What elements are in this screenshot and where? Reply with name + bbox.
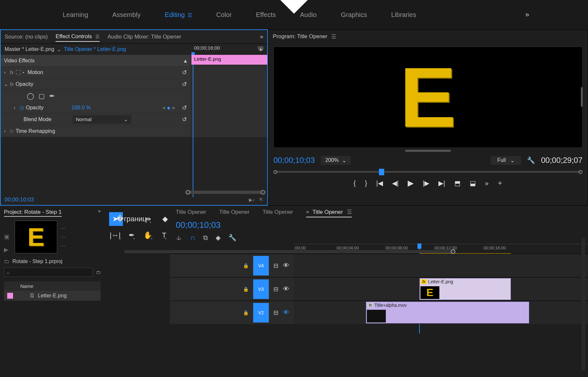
sync-lock-icon[interactable]: ⊟ [273, 286, 278, 293]
opacity-row[interactable]: ⌄ fx Opacity ↺ [1, 78, 190, 90]
snap-icon[interactable]: ∩ [190, 233, 195, 242]
bin-icon[interactable]: 🗀 [4, 259, 9, 264]
track-target[interactable]: V2 [253, 303, 269, 322]
ellipse-mask-icon[interactable]: ◯ [27, 92, 34, 100]
timeline-vertical-scroll[interactable] [581, 238, 585, 370]
chevron-right-icon[interactable]: › [4, 128, 10, 134]
add-button-icon[interactable]: + [498, 179, 502, 188]
scrub-bar[interactable] [275, 169, 581, 174]
new-bin-icon[interactable]: 🗀 [96, 270, 101, 275]
project-thumbnail[interactable]: E [15, 221, 57, 253]
tab-audio-mixer[interactable]: Audio Clip Mixer: Title Opener [107, 32, 181, 41]
resolution-select[interactable]: Full⌄ [491, 156, 521, 165]
opacity-value[interactable]: 100.0 % [72, 105, 91, 111]
settings-icon[interactable]: 🔧 [228, 234, 237, 242]
panel-menu-icon[interactable]: ☰ [347, 209, 352, 215]
linked-selection-icon[interactable]: ⧉ [203, 234, 208, 242]
lock-icon[interactable]: 🔒 [243, 287, 249, 292]
track-target[interactable]: V4 [253, 256, 269, 275]
workspace-menu-icon[interactable]: ☰ [188, 12, 192, 18]
playhead-handle[interactable] [379, 169, 384, 175]
clip-letter-e[interactable]: fxLetter-E.png E [419, 278, 511, 300]
label-swatch[interactable] [7, 293, 13, 299]
extract-icon[interactable]: ⬓ [470, 179, 476, 187]
chevron-right-icon[interactable]: › [4, 70, 10, 75]
panel-menu-icon[interactable]: ☰ [331, 33, 336, 40]
video-effects-header[interactable]: Video Effects ▴ [1, 55, 190, 67]
pen-tool-icon[interactable]: ✒▾ [125, 228, 139, 242]
clip-title-alpha[interactable]: fxTitle+alpha.mov [366, 302, 529, 323]
sync-lock-icon[interactable]: ⊟ [273, 309, 278, 316]
timeline-playhead[interactable] [417, 243, 421, 249]
lift-icon[interactable]: ⬒ [454, 179, 461, 187]
close-icon[interactable]: × [306, 209, 309, 215]
stopwatch-icon[interactable]: ◷ [20, 105, 24, 111]
list-icon[interactable]: ⋯ [60, 225, 66, 231]
pen-mask-icon[interactable]: ✒ [49, 92, 55, 100]
reset-icon[interactable]: ↺ [182, 81, 187, 88]
eye-off-icon[interactable]: 👁 [283, 309, 289, 316]
reset-icon[interactable]: ↺ [182, 116, 187, 123]
reset-icon[interactable]: ↺ [182, 104, 187, 111]
eye-icon[interactable]: 👁 [283, 262, 289, 269]
play-icon[interactable]: ▶ [408, 179, 414, 188]
ripple-edit-tool-icon[interactable]: ⇹▾ [142, 212, 155, 226]
timeline-tab[interactable]: Title Opener [219, 208, 250, 217]
overflow-icon[interactable]: » [485, 180, 489, 187]
program-timecode[interactable]: 00;00;10;03 [273, 156, 315, 165]
chevron-down-icon[interactable]: ⌄ [4, 81, 10, 87]
add-keyframe-icon[interactable]: ◆ [167, 105, 171, 110]
timeline-tab[interactable]: Title Opener [176, 208, 206, 217]
hand-tool-icon[interactable]: ✋▾ [142, 228, 155, 242]
list-icon[interactable]: ⋯ [60, 234, 66, 240]
lock-icon[interactable]: 🔒 [243, 263, 249, 268]
motion-row[interactable]: › fx ⛶ ▸ Motion ↺ [1, 67, 190, 78]
reset-icon[interactable]: ↺ [182, 69, 187, 76]
tab-effect-controls[interactable]: Effect Controls ☰ [56, 32, 100, 42]
project-item[interactable]: 🖻 Letter-E.png [4, 291, 101, 301]
workspace-effects[interactable]: Effects [252, 8, 280, 21]
play-icon[interactable]: ▶ [4, 246, 9, 253]
tab-source[interactable]: Source: (no clips) [5, 32, 48, 41]
timeline-tab[interactable]: Title Opener [263, 208, 293, 217]
camera-icon[interactable]: ▣ [4, 233, 9, 240]
workspace-editing[interactable]: Editing☰ [161, 8, 196, 21]
settings-icon[interactable]: 🔧 [527, 156, 535, 164]
rectangle-mask-icon[interactable]: ▢ [39, 92, 45, 100]
go-to-out-icon[interactable]: ▶| [438, 179, 445, 187]
column-header[interactable]: Name [4, 281, 101, 291]
workspace-learning[interactable]: Learning [59, 8, 92, 21]
lock-icon[interactable]: 🔒 [243, 310, 249, 315]
list-icon[interactable]: ⋯ [60, 243, 66, 249]
track-target[interactable]: V3 [253, 279, 269, 299]
play-only-icon[interactable]: ▶♪ [249, 197, 255, 202]
mark-out-icon[interactable]: } [365, 180, 367, 187]
timeline-timecode[interactable]: 00;00;10;03 [176, 220, 220, 230]
workspace-graphics[interactable]: Graphics [337, 8, 371, 21]
tabs-overflow-icon[interactable]: » [260, 33, 263, 40]
overflow-icon[interactable]: » [98, 208, 101, 213]
horizontal-scroll[interactable] [405, 150, 451, 152]
chevron-right-icon[interactable]: › [14, 105, 20, 111]
prev-keyframe-icon[interactable]: ◀ [162, 105, 165, 110]
sequence-clip-label[interactable]: Title Opener * Letter-E.png [64, 46, 126, 52]
scroll-handle[interactable] [581, 87, 583, 107]
ec-scrollbar[interactable] [187, 191, 264, 194]
workspace-color[interactable]: Color [212, 8, 236, 21]
effect-timecode[interactable]: 00;00;10;03 [5, 196, 34, 203]
export-icon[interactable]: ⇱ [259, 197, 263, 202]
go-to-in-icon[interactable]: |◀ [376, 179, 383, 187]
panel-menu-icon[interactable]: ☰ [95, 34, 100, 39]
blend-mode-select[interactable]: Normal⌄ [73, 115, 131, 124]
program-video[interactable]: E [273, 47, 582, 148]
chevron-down-icon[interactable]: ⌄ [57, 46, 61, 53]
step-forward-icon[interactable]: |▶ [423, 179, 429, 187]
mark-in-icon[interactable]: { [353, 180, 356, 187]
workspace-assembly[interactable]: Assembly [108, 8, 145, 21]
workspace-libraries[interactable]: Libraries [387, 8, 420, 21]
workspace-overflow-icon[interactable]: » [525, 10, 529, 19]
slip-tool-icon[interactable]: |↔|▾ [109, 228, 123, 242]
nest-icon[interactable]: ⫝ [176, 234, 182, 242]
timeline-zoom-scroll[interactable] [124, 250, 454, 253]
sync-lock-icon[interactable]: ⊟ [273, 262, 278, 269]
